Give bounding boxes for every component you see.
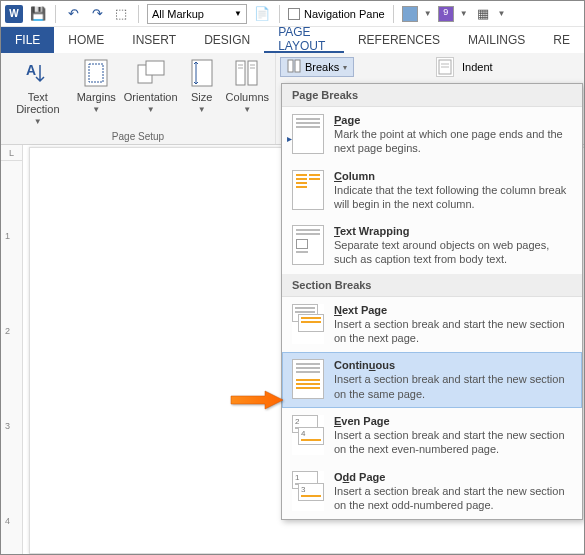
orientation-label: Orientation xyxy=(124,91,178,103)
indent-label: Indent xyxy=(462,61,493,73)
option-desc: Insert a section break and start the new… xyxy=(334,484,572,513)
indent-icon xyxy=(436,57,454,77)
chevron-down-icon[interactable]: ▼ xyxy=(424,9,432,18)
checkbox-icon xyxy=(288,8,300,20)
word-app-icon[interactable]: W xyxy=(5,5,23,23)
page-setup-group: A Text Direction ▼ Margins ▼ Orientation… xyxy=(1,53,276,144)
size-label: Size xyxy=(191,91,212,103)
svg-text:A: A xyxy=(26,62,36,78)
tab-references[interactable]: REFERENCES xyxy=(344,27,454,53)
option-desc: Insert a section break and start the new… xyxy=(334,372,572,401)
ruler-tick: 2 xyxy=(5,326,10,336)
ruler-tick: 4 xyxy=(5,516,10,526)
separator xyxy=(55,5,56,23)
touch-mode-icon[interactable]: ⬚ xyxy=(112,5,130,23)
option-title: Even Page xyxy=(334,415,572,427)
text-direction-icon: A xyxy=(22,57,54,89)
columns-icon xyxy=(231,57,263,89)
columns-label: Columns xyxy=(226,91,269,103)
text-direction-label: Text Direction xyxy=(7,91,69,115)
breaks-icon xyxy=(287,59,301,75)
chevron-down-icon: ▼ xyxy=(243,105,251,114)
margins-button[interactable]: Margins ▼ xyxy=(77,57,116,114)
page-breaks-header: Page Breaks xyxy=(282,84,582,107)
chevron-down-icon: ▼ xyxy=(234,9,242,18)
highlight-color-swatch[interactable] xyxy=(402,6,418,22)
quick-access-toolbar: W 💾 ↶ ↷ ⬚ All Markup ▼ 📄 Navigation Pane… xyxy=(1,1,584,27)
break-option-text-wrapping[interactable]: Text Wrapping Separate text around objec… xyxy=(282,218,582,274)
save-icon[interactable]: 💾 xyxy=(29,5,47,23)
option-desc: Insert a section break and start the new… xyxy=(334,428,572,457)
separator xyxy=(279,5,280,23)
option-title: Odd Page xyxy=(334,471,572,483)
size-button[interactable]: Size ▼ xyxy=(186,57,218,114)
chevron-down-icon: ▾ xyxy=(343,63,347,72)
break-option-column[interactable]: Column Indicate that the text following … xyxy=(282,163,582,219)
option-title: Column xyxy=(334,170,572,182)
break-option-even-page[interactable]: 2 4 Even Page Insert a section break and… xyxy=(282,408,582,464)
svg-rect-4 xyxy=(146,61,164,75)
chevron-down-icon: ▼ xyxy=(34,117,42,126)
svg-rect-5 xyxy=(192,60,212,86)
text-wrapping-break-icon xyxy=(292,225,324,265)
markup-combo-text: All Markup xyxy=(152,8,204,20)
odd-page-break-icon: 1 3 xyxy=(292,471,324,511)
text-direction-button[interactable]: A Text Direction ▼ xyxy=(7,57,69,126)
option-title: Next Page xyxy=(334,304,572,316)
option-title: Continuous xyxy=(334,359,572,371)
breaks-button[interactable]: Breaks ▾ xyxy=(280,57,354,77)
ruler-tick: 1 xyxy=(5,231,10,241)
print-preview-icon[interactable]: 📄 xyxy=(253,5,271,23)
break-option-odd-page[interactable]: 1 3 Odd Page Insert a section break and … xyxy=(282,464,582,520)
break-option-next-page[interactable]: Next Page Insert a section break and sta… xyxy=(282,297,582,353)
tab-home[interactable]: HOME xyxy=(54,27,118,53)
tab-mailings[interactable]: MAILINGS xyxy=(454,27,539,53)
page-break-icon: ▸ xyxy=(292,114,324,154)
option-desc: Indicate that the text following the col… xyxy=(334,183,572,212)
annotation-arrow xyxy=(229,389,285,415)
nav-pane-label: Navigation Pane xyxy=(304,8,385,20)
separator xyxy=(393,5,394,23)
chevron-down-icon[interactable]: ▼ xyxy=(460,9,468,18)
option-title: Text Wrapping xyxy=(334,225,572,237)
svg-marker-17 xyxy=(231,391,283,409)
orientation-icon xyxy=(135,57,167,89)
margins-icon xyxy=(80,57,112,89)
vertical-ruler[interactable]: 1 2 3 4 xyxy=(1,161,23,554)
option-desc: Insert a section break and start the new… xyxy=(334,317,572,346)
option-title: Page xyxy=(334,114,572,126)
chevron-down-icon[interactable]: ▼ xyxy=(498,9,506,18)
chevron-down-icon: ▼ xyxy=(147,105,155,114)
chevron-down-icon: ▼ xyxy=(92,105,100,114)
fill-color-swatch[interactable]: 9 xyxy=(438,6,454,22)
margins-label: Margins xyxy=(77,91,116,103)
column-break-icon xyxy=(292,170,324,210)
option-desc: Separate text around objects on web page… xyxy=(334,238,572,267)
border-icon[interactable]: ▦ xyxy=(474,5,492,23)
break-option-page[interactable]: ▸ Page Mark the point at which one page … xyxy=(282,107,582,163)
size-icon xyxy=(186,57,218,89)
orientation-button[interactable]: Orientation ▼ xyxy=(124,57,178,114)
markup-combo[interactable]: All Markup ▼ xyxy=(147,4,247,24)
tab-file[interactable]: FILE xyxy=(1,27,54,53)
separator xyxy=(138,5,139,23)
svg-rect-13 xyxy=(295,60,300,72)
tab-review[interactable]: RE xyxy=(539,27,584,53)
ribbon-tabs: FILE HOME INSERT DESIGN PAGE LAYOUT REFE… xyxy=(1,27,584,53)
chevron-down-icon: ▼ xyxy=(198,105,206,114)
next-page-break-icon xyxy=(292,304,324,344)
indent-group: Indent xyxy=(436,57,493,77)
tab-design[interactable]: DESIGN xyxy=(190,27,264,53)
break-option-continuous[interactable]: Continuous Insert a section break and st… xyxy=(282,352,582,408)
page-setup-group-label: Page Setup xyxy=(112,131,164,142)
navigation-pane-checkbox[interactable]: Navigation Pane xyxy=(288,8,385,20)
redo-icon[interactable]: ↷ xyxy=(88,5,106,23)
even-page-break-icon: 2 4 xyxy=(292,415,324,455)
ruler-tick: 3 xyxy=(5,421,10,431)
continuous-break-icon xyxy=(292,359,324,399)
tab-page-layout[interactable]: PAGE LAYOUT xyxy=(264,27,344,53)
tab-insert[interactable]: INSERT xyxy=(118,27,190,53)
undo-icon[interactable]: ↶ xyxy=(64,5,82,23)
svg-rect-12 xyxy=(288,60,293,72)
columns-button[interactable]: Columns ▼ xyxy=(226,57,269,114)
